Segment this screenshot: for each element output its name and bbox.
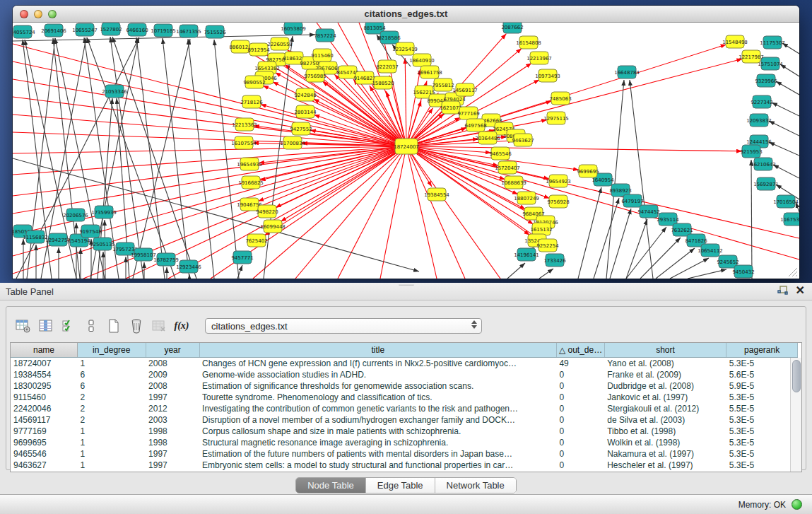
graph-node[interactable]: 15692871: [753, 177, 779, 190]
graph-node[interactable]: 10688639: [501, 176, 526, 189]
graph-node[interactable]: 16210643: [751, 158, 776, 170]
function-builder-icon[interactable]: f(x): [172, 317, 191, 334]
graph-node[interactable]: 17016504: [773, 195, 799, 208]
show-columns-icon[interactable]: [37, 317, 55, 334]
graph-node[interactable]: 1527802: [100, 23, 122, 35]
table-options-icon[interactable]: [14, 317, 33, 334]
graph-node[interactable]: 20691406: [41, 24, 66, 37]
graph-node[interactable]: 9115460: [311, 49, 333, 62]
graph-node[interactable]: 14569117: [452, 83, 478, 96]
delete-table-icon[interactable]: [150, 317, 168, 334]
graph-node[interactable]: 9699695: [577, 165, 599, 177]
graph-node[interactable]: 9242848: [294, 88, 316, 101]
graph-node[interactable]: 16961758: [417, 66, 442, 78]
graph-node[interactable]: 2803144: [294, 105, 317, 118]
delete-column-icon[interactable]: [127, 317, 146, 334]
graph-node[interactable]: 20364486: [475, 132, 500, 144]
table-row[interactable]: 1938455462009Genome-wide association stu…: [11, 369, 798, 380]
graph-node[interactable]: 1733426: [543, 254, 566, 267]
graph-node[interactable]: 7955812: [432, 78, 454, 91]
panel-drag-handle[interactable]: [399, 284, 414, 286]
graph-node[interactable]: 9777169: [457, 107, 479, 119]
graph-node[interactable]: 12923446: [176, 260, 201, 273]
table-selector-dropdown[interactable]: citations_edges.txt: [205, 318, 482, 334]
graph-node[interactable]: 9215953: [740, 145, 762, 158]
graph-node[interactable]: 7515526: [204, 25, 226, 38]
graph-node[interactable]: 9463627: [512, 134, 534, 146]
graph-node[interactable]: 18640910: [409, 54, 435, 66]
graph-node[interactable]: 9218586: [378, 31, 401, 44]
graph-node[interactable]: 19958107: [131, 248, 156, 261]
graph-node[interactable]: 11548498: [722, 35, 748, 48]
column-header-short[interactable]: short: [604, 343, 726, 358]
graph-node[interactable]: 6497568: [464, 119, 486, 132]
graph-node[interactable]: 20206576: [63, 209, 88, 221]
graph-node[interactable]: 15720407: [495, 161, 520, 174]
graph-node[interactable]: 11675339: [780, 213, 799, 226]
graph-node[interactable]: 11700834: [280, 136, 305, 149]
table-row[interactable]: 911546021997Tourette syndrome. Phenomeno…: [11, 392, 798, 403]
graph-node[interactable]: 9890552: [243, 76, 265, 88]
graph-node[interactable]: 12217987: [739, 50, 764, 63]
column-header-name[interactable]: name: [11, 343, 78, 358]
graph-node[interactable]: 10654112: [698, 244, 723, 257]
column-header-year[interactable]: year: [146, 343, 199, 358]
graph-node[interactable]: 19384554: [424, 188, 449, 201]
graph-node[interactable]: 9197548: [79, 225, 101, 238]
graph-node[interactable]: 18807249: [514, 192, 539, 204]
graph-node[interactable]: 1588520: [372, 76, 394, 89]
graph-node[interactable]: 9450432: [732, 265, 754, 278]
graph-node[interactable]: 9756928: [547, 195, 569, 208]
close-panel-icon[interactable]: ✕: [796, 285, 805, 296]
graph-node[interactable]: 9457771: [231, 251, 253, 264]
graph-node[interactable]: 7857224: [314, 29, 336, 42]
graph-node[interactable]: 11156832: [23, 230, 48, 243]
tab-edge-table[interactable]: Edge Table: [366, 478, 435, 493]
table-panel-header[interactable]: Table Panel ✕: [0, 283, 812, 300]
table-row[interactable]: 977716911998Corpus callosum shape and si…: [11, 426, 798, 437]
graph-node[interactable]: 14196141: [514, 248, 539, 261]
node-table[interactable]: namein_degreeyeartitle△ out_de…shortpage…: [10, 342, 802, 472]
tab-network-table[interactable]: Network Table: [435, 478, 516, 493]
window-resize-grip[interactable]: [788, 267, 798, 277]
graph-node[interactable]: 6479197: [621, 194, 643, 207]
graph-node[interactable]: 9427552: [290, 122, 312, 135]
graph-node[interactable]: 12505135: [90, 238, 115, 250]
network-canvas[interactable]: 2405572420691406106552471527802646616010…: [13, 23, 799, 279]
graph-node[interactable]: 24055724: [13, 25, 35, 38]
graph-node[interactable]: 22260558: [267, 37, 293, 50]
table-scrollbar[interactable]: [790, 358, 801, 472]
column-header-out_de[interactable]: △ out_de…: [556, 343, 604, 358]
graph-node[interactable]: 9252254: [536, 239, 559, 252]
graph-node[interactable]: 6466160: [126, 23, 148, 36]
table-scrollbar-thumb[interactable]: [792, 360, 801, 392]
unselect-all-columns-icon[interactable]: [82, 317, 100, 334]
graph-node[interactable]: 12213967: [526, 52, 552, 64]
graph-node[interactable]: 16053809: [281, 23, 306, 35]
graph-node[interactable]: 16782759: [153, 253, 179, 266]
graph-node[interactable]: 12942757: [45, 233, 71, 246]
graph-node[interactable]: 19654923: [546, 175, 571, 187]
graph-node[interactable]: 12975115: [543, 112, 569, 124]
graph-node[interactable]: 9474452: [637, 205, 659, 218]
graph-node[interactable]: 10719185: [151, 24, 176, 37]
table-row[interactable]: 946362711997Embryonic stem cells: a mode…: [11, 460, 798, 471]
tab-node-table[interactable]: Node Table: [296, 478, 366, 493]
create-column-icon[interactable]: [105, 317, 123, 334]
network-window[interactable]: citations_edges.txt 24055724206914061065…: [13, 6, 799, 279]
graph-node[interactable]: 19654935: [237, 158, 262, 170]
column-header-in_degree[interactable]: in_degree: [78, 343, 146, 358]
graph-node[interactable]: 2087662: [501, 23, 523, 33]
network-window-titlebar[interactable]: citations_edges.txt: [13, 6, 799, 23]
graph-node[interactable]: 7625402: [245, 234, 267, 247]
graph-node[interactable]: 21053346: [102, 85, 127, 98]
float-panel-icon[interactable]: [777, 285, 789, 296]
table-row[interactable]: 946554611997Estimation of the future num…: [11, 448, 798, 460]
graph-node[interactable]: 16107554: [231, 136, 257, 149]
graph-node[interactable]: 10655247: [72, 23, 98, 36]
table-row[interactable]: 1872400712008Changes of HCN gene express…: [11, 358, 798, 370]
graph-node[interactable]: 10973493: [535, 69, 560, 82]
graph-node[interactable]: 9227342: [751, 95, 772, 108]
graph-node[interactable]: 2718126: [240, 95, 263, 108]
graph-node[interactable]: 16154808: [516, 36, 541, 49]
